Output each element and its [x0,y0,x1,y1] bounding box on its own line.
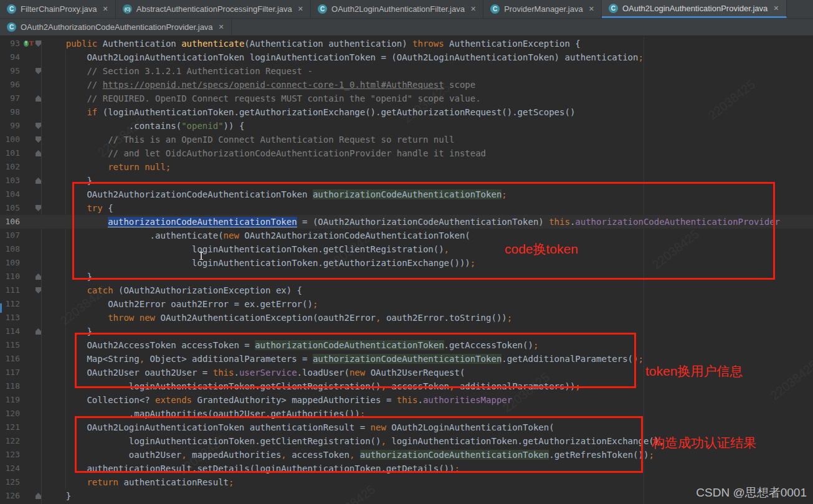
code-line[interactable]: 119 Collection<? extends GrantedAuthorit… [0,393,813,407]
line-number[interactable]: 104 [0,188,24,201]
line-number[interactable]: 126 [0,489,24,503]
line-number[interactable]: 94 [0,50,24,64]
code-line[interactable]: 99 .contains("openid")) { [0,119,813,133]
code-text[interactable]: public Authentication authenticate(Authe… [45,37,581,50]
line-number[interactable]: 111 [0,283,24,297]
code-text[interactable]: // https://openid.net/specs/openid-conne… [45,78,475,92]
code-text[interactable]: } [45,270,92,283]
line-number[interactable]: 107 [0,229,24,242]
line-number[interactable]: 117 [0,366,24,379]
code-text[interactable]: // This is an OpenID Connect Authenticat… [45,133,454,146]
code-line[interactable]: 101 // and let OidcAuthorizationCodeAuth… [0,146,813,160]
tab-oauth2loginauthenticationfilter-java[interactable]: COAuth2LoginAuthenticationFilter.java✕ [311,0,483,18]
line-number[interactable]: 122 [0,434,24,448]
code-line[interactable]: 115 OAuth2AccessToken accessToken = auth… [0,338,813,352]
line-number[interactable]: 96 [0,78,24,92]
code-text[interactable]: if (loginAuthenticationToken.getAuthoriz… [45,105,575,119]
code-line[interactable]: 96 // https://openid.net/specs/openid-co… [0,78,813,92]
code-text[interactable]: loginAuthenticationToken.getClientRegist… [45,434,665,448]
line-number[interactable]: 113 [0,311,24,325]
code-line[interactable]: 108 loginAuthenticationToken.getClientRe… [0,242,813,256]
code-line[interactable]: 98 if (loginAuthenticationToken.getAutho… [0,105,813,119]
code-text[interactable]: authorizationCodeAuthenticationToken = (… [45,215,780,229]
line-number[interactable]: 98 [0,105,24,119]
code-line[interactable]: 103 } [0,174,813,188]
line-number[interactable]: 125 [0,475,24,489]
code-line[interactable]: 107 .authenticate(new OAuth2Authorizatio… [0,229,813,242]
code-line[interactable]: 125 return authenticationResult; [0,475,813,489]
code-line[interactable]: 109 loginAuthenticationToken.getAuthoriz… [0,256,813,270]
code-line[interactable]: 120 .mapAuthorities(oauth2User.getAuthor… [0,407,813,421]
line-number[interactable]: 124 [0,462,24,475]
code-text[interactable]: loginAuthenticationToken.getAuthorizatio… [45,256,475,270]
fold-down-icon[interactable] [36,68,41,74]
code-text[interactable]: } [45,174,92,188]
code-line[interactable]: 105 try { [0,201,813,215]
code-text[interactable]: return authenticationResult; [45,475,234,489]
code-line[interactable]: 111 catch (OAuth2AuthorizationException … [0,283,813,297]
code-text[interactable]: loginAuthenticationToken.getClientRegist… [45,242,449,256]
code-line[interactable]: 94 OAuth2LoginAuthenticationToken loginA… [0,50,813,64]
code-line[interactable]: 100 // This is an OpenID Connect Authent… [0,133,813,146]
code-text[interactable]: oauth2User, mappedAuthorities, accessTok… [45,448,654,462]
line-number[interactable]: 123 [0,448,24,462]
code-text[interactable]: OAuth2Error oauth2Error = ex.getError(); [45,297,318,311]
line-number[interactable]: 108 [0,242,24,256]
code-text[interactable]: try { [45,201,113,215]
line-number[interactable]: 119 [0,393,24,407]
code-text[interactable]: // and let OidcAuthorizationCodeAuthenti… [45,146,486,160]
code-text[interactable]: Collection<? extends GrantedAuthority> m… [45,393,512,407]
line-number[interactable]: 99 [0,119,24,133]
line-number[interactable]: 103 [0,174,24,188]
code-text[interactable]: // REQUIRED. OpenID Connect requests MUS… [45,92,481,105]
code-text[interactable]: .authenticate(new OAuth2AuthorizationCod… [45,229,470,242]
code-line[interactable]: 121 OAuth2LoginAuthenticationToken authe… [0,421,813,434]
code-line[interactable]: 118 loginAuthenticationToken.getClientRe… [0,379,813,393]
code-line[interactable]: 112 OAuth2Error oauth2Error = ex.getErro… [0,297,813,311]
code-text[interactable]: throw new OAuth2AuthenticationException(… [45,311,512,325]
code-text[interactable]: .mapAuthorities(oauth2User.getAuthoritie… [45,407,365,421]
fold-down-icon[interactable] [36,287,41,293]
marker-icon[interactable]: T [29,40,34,47]
code-text[interactable]: OAuth2User oauth2User = this.userService… [45,366,465,379]
fold-down-icon[interactable] [36,205,41,211]
code-line[interactable]: 104 OAuth2AuthorizationCodeAuthenticatio… [0,188,813,201]
line-number[interactable]: 102 [0,160,24,174]
fold-up-icon[interactable] [36,95,41,102]
tab-oauth2authorizationcodeauthenticationprovider-java[interactable]: COAuth2AuthorizationCodeAuthenticationPr… [0,19,232,36]
line-number[interactable]: 112 [0,297,24,311]
code-text[interactable]: OAuth2AuthorizationCodeAuthenticationTok… [45,188,507,201]
fold-up-icon[interactable] [36,328,41,335]
code-text[interactable]: catch (OAuth2AuthorizationException ex) … [45,283,302,297]
code-line[interactable]: 113 throw new OAuth2AuthenticationExcept… [0,311,813,325]
close-icon[interactable]: ✕ [298,5,303,13]
line-number[interactable]: 109 [0,256,24,270]
line-number[interactable]: 93 [0,37,24,50]
code-line[interactable]: 95 // Section 3.1.2.1 Authentication Req… [0,64,813,78]
fold-up-icon[interactable] [36,150,41,156]
line-number[interactable]: 110 [0,270,24,283]
line-number[interactable]: 97 [0,92,24,105]
code-text[interactable]: } [45,325,92,338]
code-line[interactable]: 114 } [0,325,813,338]
fold-down-icon[interactable] [36,40,41,47]
fold-up-icon[interactable] [36,178,41,184]
code-line[interactable]: 102 return null; [0,160,813,174]
code-text[interactable]: authenticationResult.setDetails(loginAut… [45,462,460,475]
line-number[interactable]: 100 [0,133,24,146]
fold-down-icon[interactable] [36,136,41,143]
tab-abstractauthenticationprocessingfilter-java[interactable]: (C)AbstractAuthenticationProcessingFilte… [116,0,311,18]
code-text[interactable]: Map<String, Object> additionalParameters… [45,352,644,366]
code-line[interactable]: 93↑T public Authentication authenticate(… [0,37,813,50]
code-line[interactable]: 106 authorizationCodeAuthenticationToken… [0,215,813,229]
code-line[interactable]: 110 } [0,270,813,283]
line-number[interactable]: 115 [0,338,24,352]
code-line[interactable]: 124 authenticationResult.setDetails(logi… [0,462,813,475]
close-icon[interactable]: ✕ [589,5,594,13]
tab-providermanager-java[interactable]: CProviderManager.java✕ [483,0,602,18]
line-number[interactable]: 121 [0,421,24,434]
code-text[interactable]: // Section 3.1.2.1 Authentication Reques… [45,64,313,78]
override-icon[interactable]: ↑ [24,40,29,47]
fold-down-icon[interactable] [36,123,41,129]
code-text[interactable]: .contains("openid")) { [45,119,244,133]
